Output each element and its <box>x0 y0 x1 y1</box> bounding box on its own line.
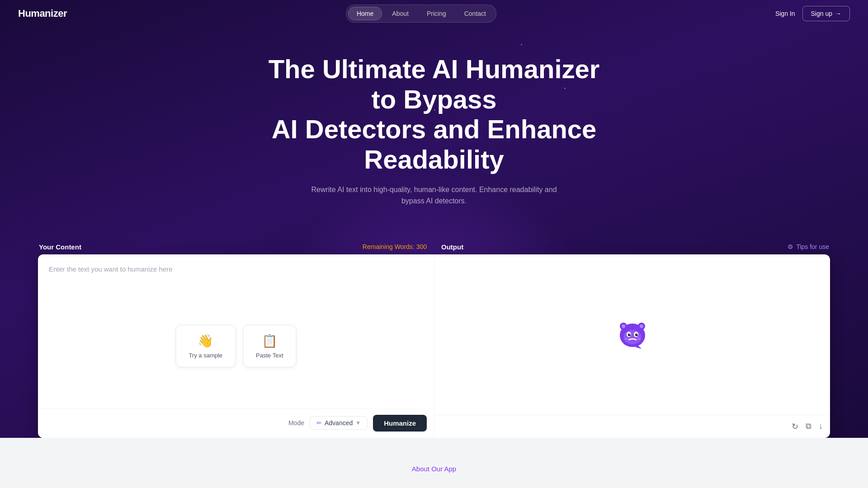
input-label: Your Content <box>39 243 81 251</box>
tips-button[interactable]: ⚙ Tips for use <box>788 243 829 250</box>
svg-point-8 <box>628 333 631 336</box>
header-actions: Sign In Sign up → <box>775 6 850 21</box>
svg-point-9 <box>635 333 638 336</box>
svg-point-12 <box>624 338 628 340</box>
logo[interactable]: Humanizer <box>18 8 67 19</box>
sample-buttons: 👋 Try a sample 📋 Paste Text <box>175 325 296 367</box>
output-footer: ↻ ⧉ ↓ <box>434 415 830 438</box>
nav-item-home[interactable]: Home <box>348 7 382 20</box>
svg-point-10 <box>629 334 630 335</box>
svg-point-3 <box>622 324 625 328</box>
output-label: Output <box>441 243 463 251</box>
mascot-icon <box>614 316 651 352</box>
tool-section: Your Content Remaining Words: 300 Output… <box>0 243 868 438</box>
mode-value: Advanced <box>325 419 353 427</box>
arrow-icon: → <box>835 10 841 17</box>
svg-point-5 <box>623 330 642 344</box>
tips-icon: ⚙ <box>788 243 793 250</box>
nav-item-pricing[interactable]: Pricing <box>419 7 454 20</box>
paste-text-button[interactable]: 📋 Paste Text <box>243 325 296 367</box>
hero-section: The Ultimate AI Humanizer to Bypass AI D… <box>0 0 868 438</box>
input-panel: 👋 Try a sample 📋 Paste Text Mode ✏ Advan… <box>38 254 434 438</box>
mode-selector[interactable]: ✏ Advanced ▼ <box>310 416 368 430</box>
paste-text-icon: 📋 <box>262 333 278 348</box>
sign-in-button[interactable]: Sign In <box>775 10 795 17</box>
svg-point-4 <box>640 324 643 328</box>
header: Humanizer Home About Pricing Contact Sig… <box>0 0 868 27</box>
mode-edit-icon: ✏ <box>316 419 322 427</box>
try-sample-label: Try a sample <box>189 352 222 359</box>
try-sample-icon: 👋 <box>198 333 213 348</box>
hero-content: The Ultimate AI Humanizer to Bypass AI D… <box>0 27 868 243</box>
svg-point-11 <box>637 334 637 335</box>
refresh-button[interactable]: ↻ <box>792 422 798 432</box>
input-footer: Mode ✏ Advanced ▼ Humanize <box>38 408 434 438</box>
svg-point-13 <box>637 338 641 340</box>
output-content <box>434 254 830 415</box>
mode-label: Mode <box>288 419 304 427</box>
sign-up-button[interactable]: Sign up → <box>802 6 850 21</box>
nav-item-contact[interactable]: Contact <box>456 7 494 20</box>
remaining-words: Remaining Words: 300 <box>363 243 427 250</box>
hero-subtitle: Rewrite AI text into high-quality, human… <box>307 184 561 207</box>
download-button[interactable]: ↓ <box>819 422 823 431</box>
nav-item-about[interactable]: About <box>384 7 417 20</box>
tool-panels: 👋 Try a sample 📋 Paste Text Mode ✏ Advan… <box>38 254 830 438</box>
try-sample-button[interactable]: 👋 Try a sample <box>175 325 236 367</box>
below-fold-section: About Our App <box>0 438 868 488</box>
paste-text-label: Paste Text <box>256 352 283 359</box>
hero-title: The Ultimate AI Humanizer to Bypass AI D… <box>253 54 615 175</box>
humanize-button[interactable]: Humanize <box>373 415 427 432</box>
copy-button[interactable]: ⧉ <box>806 422 811 431</box>
chevron-down-icon: ▼ <box>355 420 361 426</box>
output-panel: ↻ ⧉ ↓ <box>434 254 830 438</box>
main-nav: Home About Pricing Contact <box>346 5 496 23</box>
about-app-link[interactable]: About Our App <box>412 465 456 473</box>
